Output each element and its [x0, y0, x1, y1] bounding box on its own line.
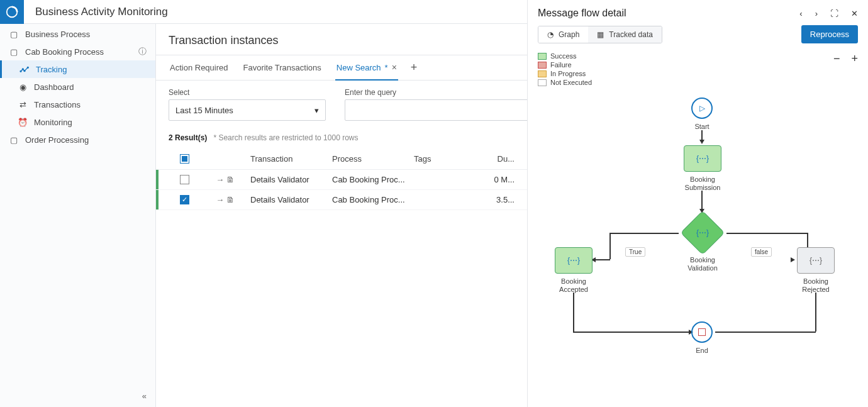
process-icon: {⋯} — [696, 228, 709, 237]
process-icon: {⋯} — [810, 256, 822, 265]
row-checkbox[interactable] — [180, 175, 189, 184]
legend-label: Success — [550, 52, 577, 60]
sidebar-collapse-button[interactable]: « — [0, 385, 155, 407]
expand-icon[interactable]: ⛶ — [830, 9, 838, 18]
svg-point-2 — [22, 69, 23, 70]
legend-swatch-failure — [538, 62, 547, 69]
sidebar-item-cab-booking-process[interactable]: ▢ Cab Booking Process ⓘ — [0, 43, 155, 60]
svg-point-4 — [27, 67, 28, 68]
sidebar-item-label: Tracking — [36, 65, 67, 74]
arrow-icon — [699, 140, 704, 144]
svg-point-1 — [20, 70, 21, 72]
edge — [596, 259, 610, 260]
select-value: Last 15 Minutes — [175, 106, 233, 115]
row-checkbox[interactable] — [180, 195, 189, 204]
sidebar-item-business-process[interactable]: ▢ Business Process — [0, 25, 155, 43]
sidebar-item-label: Monitoring — [34, 118, 72, 127]
legend: Success Failure In Progress Not Executed — [538, 52, 592, 86]
info-icon[interactable]: ⓘ — [138, 46, 147, 57]
detail-panel: Message flow detail ‹ › ⛶ ✕ ◔ Graph ▦ Tr… — [527, 0, 868, 407]
panel-tab-label: Graph — [559, 30, 579, 39]
node-label: Booking Submission — [679, 176, 726, 192]
cell-duration: 3.5... — [483, 195, 515, 204]
tab-label: Favorite Transactions — [243, 63, 321, 72]
select-all-checkbox[interactable] — [180, 154, 189, 164]
process-icon: {⋯} — [696, 154, 709, 163]
zoom-out-button[interactable]: − — [833, 52, 840, 86]
node-start[interactable]: ▷ Start — [683, 98, 721, 131]
sidebar-item-transactions[interactable]: ⇄ Transactions — [0, 96, 155, 113]
gauge-icon: ◉ — [18, 82, 28, 92]
tab-favorite-transactions[interactable]: Favorite Transactions — [242, 55, 323, 80]
tab-action-required[interactable]: Action Required — [169, 55, 230, 80]
row-action-icons[interactable]: → 🗎 — [200, 195, 250, 204]
edge — [573, 332, 689, 333]
col-transaction: Transaction — [250, 154, 332, 164]
chevron-down-icon: ▾ — [314, 106, 319, 115]
legend-swatch-notexec — [538, 79, 547, 86]
legend-swatch-inprogress — [538, 70, 547, 77]
sidebar-item-tracking[interactable]: Tracking — [0, 60, 155, 78]
node-label: Booking Accepted — [550, 277, 598, 294]
graph-icon: ◔ — [547, 30, 554, 39]
node-booking-rejected[interactable]: {⋯} Booking Rejected — [792, 247, 840, 294]
folder-icon: ▢ — [9, 29, 19, 39]
result-note: * Search results are restricted to 1000 … — [213, 133, 358, 142]
edge — [609, 233, 611, 259]
folder-icon: ▢ — [9, 135, 19, 145]
query-input[interactable] — [345, 99, 533, 121]
panel-tab-graph[interactable]: ◔ Graph — [538, 26, 588, 43]
edge — [726, 233, 808, 234]
sidebar-item-dashboard[interactable]: ◉ Dashboard — [0, 78, 155, 96]
node-booking-submission[interactable]: {⋯} Booking Submission — [679, 145, 726, 192]
panel-tab-tracked-data[interactable]: ▦ Tracked data — [588, 26, 662, 43]
sidebar-item-label: Transactions — [34, 100, 81, 109]
col-process: Process — [332, 154, 414, 164]
alarm-icon: ⏰ — [18, 117, 28, 127]
legend-label: In Progress — [550, 70, 586, 77]
page-title: Transaction instances — [169, 34, 278, 47]
add-tab-button[interactable]: + — [411, 61, 418, 74]
prev-button[interactable]: ‹ — [799, 9, 802, 18]
legend-label: Not Executed — [550, 79, 592, 86]
table-icon: ▦ — [597, 30, 604, 39]
panel-title: Message flow detail — [538, 8, 626, 19]
edge-label-false: false — [751, 247, 772, 257]
tab-new-search[interactable]: New Search * × — [335, 56, 398, 81]
edge — [573, 293, 574, 332]
sidebar-item-monitoring[interactable]: ⏰ Monitoring — [0, 113, 155, 131]
node-booking-accepted[interactable]: {⋯} Booking Accepted — [550, 247, 598, 294]
app-logo[interactable] — [0, 0, 24, 24]
node-end[interactable]: End — [683, 321, 721, 355]
next-button[interactable]: › — [815, 9, 818, 18]
play-icon: ▷ — [699, 104, 705, 113]
query-label: Enter the query — [345, 88, 533, 97]
node-booking-validation[interactable]: {⋯} Booking Validation — [679, 217, 726, 272]
cell-process: Cab Booking Proc... — [332, 195, 414, 204]
svg-point-3 — [24, 70, 25, 72]
flow-graph[interactable]: ▷ Start {⋯} Booking Submission {⋯} Booki… — [528, 91, 868, 407]
zoom-in-button[interactable]: + — [851, 52, 858, 86]
row-action-icons[interactable]: → 🗎 — [200, 175, 250, 184]
close-icon[interactable]: × — [392, 62, 397, 72]
edge — [701, 130, 703, 140]
folder-icon: ▢ — [9, 47, 19, 57]
col-tags: Tags — [414, 154, 483, 164]
cell-transaction: Details Validator — [250, 195, 332, 204]
close-icon[interactable]: ✕ — [851, 9, 858, 18]
app-title: Business Activity Monitoring — [35, 6, 168, 18]
edge-label-true: True — [625, 247, 645, 257]
sidebar-item-label: Business Process — [25, 30, 90, 39]
sidebar: ▢ Business Process ▢ Cab Booking Process… — [0, 0, 156, 407]
sidebar-item-order-processing[interactable]: ▢ Order Processing — [0, 131, 155, 148]
select-label: Select — [169, 88, 326, 97]
edge — [609, 233, 679, 234]
time-range-select[interactable]: Last 15 Minutes ▾ — [169, 99, 326, 121]
tab-label: New Search — [337, 63, 381, 72]
tracking-icon — [19, 64, 30, 74]
node-label: End — [683, 347, 721, 355]
cell-transaction: Details Validator — [250, 175, 332, 184]
process-icon: {⋯} — [567, 256, 580, 265]
reprocess-button[interactable]: Reprocess — [801, 25, 858, 43]
stop-icon — [698, 328, 706, 336]
